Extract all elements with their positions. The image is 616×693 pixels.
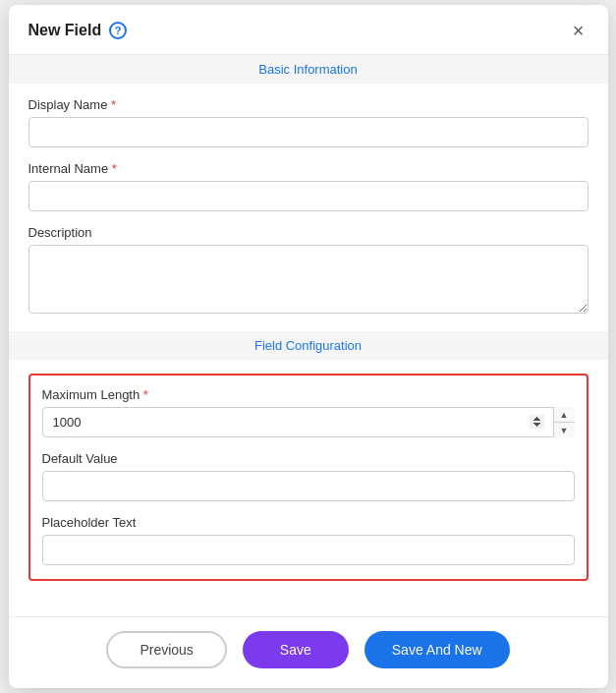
max-length-input-wrapper: ▲ ▼ xyxy=(42,407,575,437)
internal-name-group: Internal Name * xyxy=(28,161,588,211)
modal-footer: Previous Save Save And New xyxy=(9,616,608,688)
spinner-up-button[interactable]: ▲ xyxy=(554,407,575,423)
modal-overlay: New Field ? × Basic Information Display … xyxy=(0,0,616,693)
max-length-input[interactable] xyxy=(42,407,575,437)
description-group: Description xyxy=(28,225,588,318)
display-name-label: Display Name * xyxy=(28,97,588,112)
display-name-required: * xyxy=(111,97,116,112)
default-value-label: Default Value xyxy=(42,451,575,466)
new-field-modal: New Field ? × Basic Information Display … xyxy=(9,5,608,688)
default-value-input[interactable] xyxy=(42,471,575,501)
field-config-box: Maximum Length * ▲ ▼ Default Value xyxy=(28,374,588,581)
help-icon[interactable]: ? xyxy=(109,22,127,39)
placeholder-text-group: Placeholder Text xyxy=(42,515,575,565)
modal-title-row: New Field ? xyxy=(28,22,128,39)
spinner-buttons: ▲ ▼ xyxy=(553,407,575,437)
internal-name-input[interactable] xyxy=(28,181,588,211)
description-label: Description xyxy=(28,225,588,240)
description-input[interactable] xyxy=(28,245,588,314)
previous-button[interactable]: Previous xyxy=(106,631,226,668)
internal-name-required: * xyxy=(112,161,117,176)
max-length-required: * xyxy=(143,387,148,402)
field-config-section-header: Field Configuration xyxy=(9,331,608,360)
internal-name-label: Internal Name * xyxy=(28,161,588,176)
save-button[interactable]: Save xyxy=(243,631,349,668)
close-icon[interactable]: × xyxy=(569,19,588,42)
max-length-group: Maximum Length * ▲ ▼ xyxy=(42,387,575,437)
modal-header: New Field ? × xyxy=(9,5,608,55)
spinner-down-button[interactable]: ▼ xyxy=(554,423,575,437)
max-length-label: Maximum Length * xyxy=(42,387,575,402)
placeholder-text-input[interactable] xyxy=(42,535,575,565)
modal-body: Basic Information Display Name * Interna… xyxy=(9,55,608,616)
placeholder-text-label: Placeholder Text xyxy=(42,515,575,530)
modal-title: New Field xyxy=(28,22,102,39)
save-and-new-button[interactable]: Save And New xyxy=(364,631,510,668)
default-value-group: Default Value xyxy=(42,451,575,501)
display-name-group: Display Name * xyxy=(28,97,588,147)
basic-info-section-header: Basic Information xyxy=(9,55,608,84)
display-name-input[interactable] xyxy=(28,117,588,147)
